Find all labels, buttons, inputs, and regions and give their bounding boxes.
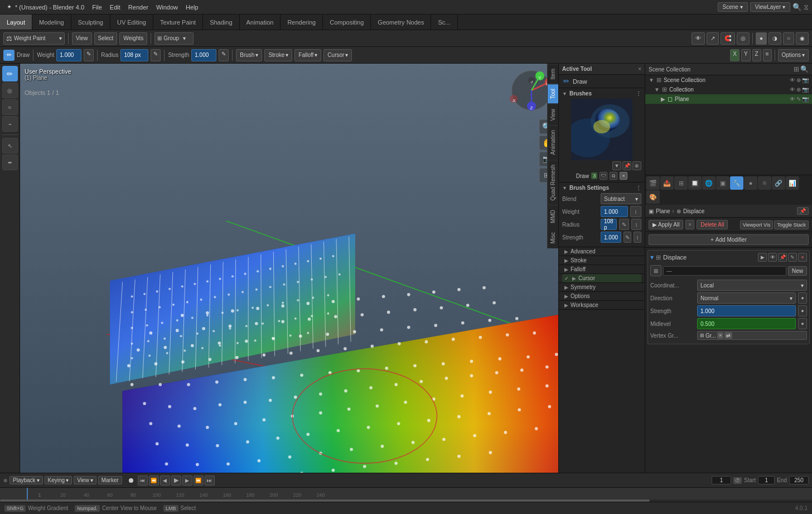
side-tab-mmd[interactable]: MMD (548, 205, 558, 228)
brush-settings-title[interactable]: ▼ Brush Settings ⋮ (562, 185, 641, 191)
outliner-select-icon[interactable]: ⊕ (796, 77, 801, 83)
breadcrumb-displace-label[interactable]: Displace (683, 208, 704, 214)
props-tab-data[interactable]: 📊 (786, 176, 799, 190)
midlevel-dot-btn[interactable]: ● (798, 318, 807, 329)
tab-texture-paint[interactable]: Texture Paint (153, 15, 203, 30)
apply-all-btn[interactable]: ▶ Apply All (649, 220, 683, 229)
frame-mark-200[interactable]: 200 (262, 492, 286, 498)
side-tab-tool[interactable]: Tool (548, 84, 558, 103)
tab-uv-editing[interactable]: UV Editing (110, 15, 153, 30)
props-tab-object[interactable]: ▣ (716, 176, 729, 190)
props-tab-modifiers[interactable]: 🔧 (730, 176, 743, 190)
radius-edit-prop-btn[interactable]: ✎ (619, 219, 629, 230)
direction-dot-btn[interactable]: ● (798, 292, 807, 304)
plane-camera-icon[interactable]: 📷 (802, 96, 809, 102)
stroke-collapse[interactable]: ▶ Stroke (562, 256, 641, 265)
tool-smear[interactable]: ≈ (2, 99, 18, 115)
plane-visibility-icon[interactable]: 👁 (790, 96, 795, 102)
tool-cursor[interactable]: ↖ (2, 138, 18, 153)
tool-blur[interactable]: ◎ (2, 83, 18, 98)
outliner-scene-collection[interactable]: ▼ ⊞ Scene Collection 👁 ⊕ 📷 (645, 75, 812, 85)
tab-animation[interactable]: Animation (240, 15, 281, 30)
proportional-btn[interactable]: ◎ (737, 32, 750, 45)
workspace-collapse[interactable]: ▶ Workspace (562, 301, 641, 309)
midlevel-value[interactable]: 0.500 (697, 318, 796, 329)
displace-apply-btn[interactable]: ▶ (758, 253, 767, 262)
radius-prop-value[interactable]: 108 p (601, 219, 617, 230)
cursor-dropdown[interactable]: Cursor ▾ (323, 49, 352, 61)
displace-delete-btn[interactable]: × (798, 253, 807, 262)
brushes-title[interactable]: ▼ Brushes ⋮ (562, 90, 641, 97)
symmetry-y[interactable]: Y (741, 49, 751, 61)
falloff-dropdown[interactable]: Falloff ▾ (294, 49, 321, 61)
view-layer-selector[interactable]: ViewLayer ▾ (750, 2, 790, 12)
vertex-group-remove-btn[interactable]: × (717, 332, 723, 339)
props-tab-world[interactable]: 🌐 (702, 176, 716, 190)
end-frame[interactable]: 250 (789, 476, 809, 484)
weight-normalize-btn[interactable]: ↕ (630, 206, 641, 217)
plane-edit-icon[interactable]: ✎ (796, 96, 801, 102)
group-selector[interactable]: ⊞ Group ▾ (154, 32, 194, 45)
weight-prop-value[interactable]: 1.000 (601, 206, 628, 217)
strength-edit-icon[interactable]: ✎ (219, 49, 229, 61)
tab-geometry-nodes[interactable]: Geometry Nodes (371, 15, 431, 30)
frame-mark-220[interactable]: 220 (286, 492, 309, 498)
brush-close-btn[interactable]: × (620, 172, 627, 180)
gizmo-btn[interactable]: ↗ (707, 32, 719, 45)
direction-dropdown[interactable]: Normal ▾ (697, 292, 796, 304)
viewport[interactable]: User Perspective (1) Plane Objects 1 / 1… (20, 64, 558, 473)
marker-menu[interactable]: Marker (98, 476, 122, 484)
coordinate-dropdown[interactable]: Local ▾ (697, 280, 807, 291)
strength-edit-btn[interactable]: ✎ (624, 232, 631, 243)
brush-shield-btn[interactable]: 🛡 (600, 172, 607, 180)
active-tool-close[interactable]: × (638, 66, 641, 72)
radius-lock-btn[interactable]: ↕ (631, 219, 641, 230)
advanced-collapse[interactable]: ▶ Advanced (562, 247, 641, 256)
mode-selector[interactable]: ⚖ Weight Paint ▾ (3, 32, 65, 45)
tab-compositing[interactable]: Compositing (323, 15, 371, 30)
props-tab-particles[interactable]: ● (744, 176, 757, 190)
side-tab-item[interactable]: Item (548, 64, 558, 84)
timeline-expand-icon[interactable]: ⊕ (3, 478, 8, 483)
menu-edit[interactable]: Edit (107, 3, 124, 12)
select-menu[interactable]: Select (94, 32, 118, 45)
frame-mark-240[interactable]: 240 (309, 492, 332, 498)
timeline-scroll-thumb[interactable] (0, 499, 650, 502)
options-collapse[interactable]: ▶ Options (562, 292, 641, 300)
frame-mark-140[interactable]: 140 (192, 492, 215, 498)
frame-mark-120[interactable]: 120 (168, 492, 192, 498)
frame-mark-180[interactable]: 180 (239, 492, 262, 498)
search-icon[interactable]: 🔍 (792, 3, 801, 11)
viewport-overlay-btn[interactable]: 👁 (692, 32, 705, 45)
render-mode-solid[interactable]: ● (756, 32, 767, 45)
weight-edit-icon[interactable]: ✎ (84, 49, 94, 61)
texture-grid-icon[interactable]: ⊞ (650, 265, 661, 276)
strength-prop-value[interactable]: 1.000 (601, 232, 621, 243)
next-key-btn[interactable]: ⏩ (194, 475, 204, 486)
playback-menu[interactable]: Playback▾ (9, 476, 43, 484)
apply-all-close-btn[interactable]: × (685, 220, 694, 229)
symmetry-x[interactable]: X (730, 49, 740, 61)
stroke-dropdown[interactable]: Stroke ▾ (264, 49, 292, 61)
menu-window[interactable]: Window (153, 3, 181, 12)
frame-mark-20[interactable]: 20 (51, 492, 75, 498)
timeline-scroll-bar[interactable] (0, 499, 812, 502)
render-mode-overlay[interactable]: ◉ (796, 32, 809, 45)
tab-scripting[interactable]: Sc... (431, 15, 457, 30)
frame-mark-160[interactable]: 160 (215, 492, 239, 498)
displace-viewport-btn[interactable]: 👁 (768, 253, 777, 262)
strength-displace-value[interactable]: 1.000 (697, 305, 796, 316)
options-dropdown[interactable]: Options ▾ (778, 49, 809, 61)
current-frame[interactable]: 1 (712, 476, 731, 484)
outliner-plane[interactable]: ▶ ◻ Plane 👁 ✎ 📷 (645, 94, 812, 104)
view-menu[interactable]: View (72, 32, 92, 45)
tool-clone[interactable]: ⌁ (2, 116, 18, 132)
outliner-search-icon[interactable]: 🔍 (800, 65, 809, 73)
brush-pin-btn[interactable]: 📌 (622, 161, 631, 170)
brush-settings-more[interactable]: ⋮ (636, 185, 641, 191)
xyz-toggle[interactable]: ≡ (763, 49, 772, 61)
tool-draw[interactable]: ✏ (2, 66, 18, 81)
blend-dropdown[interactable]: Subtract ▾ (601, 193, 641, 204)
vertex-group-field[interactable]: ⊞ Gr... × ⇄ (697, 331, 807, 340)
step-back-btn[interactable]: ◀ (160, 475, 170, 486)
